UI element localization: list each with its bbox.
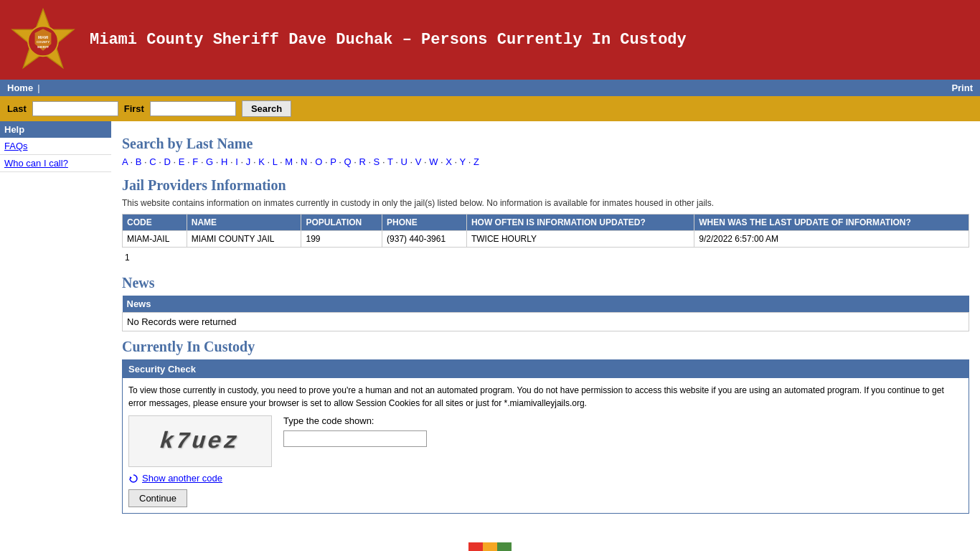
sidebar-item-faqs[interactable]: FAQs: [0, 138, 111, 155]
security-check-table: Security Check To view those currently i…: [122, 359, 969, 514]
alphabet-separator: ·: [452, 156, 460, 167]
sidebar-item-who-can-i-call[interactable]: Who can I call?: [0, 155, 111, 172]
alphabet-separator: ·: [171, 156, 179, 167]
alphabet-separator: ·: [352, 156, 359, 167]
jail-table-row: MIAM-JAILMIAMI COUNTY JAIL199(937) 440-3…: [123, 231, 969, 248]
alphabet-separator: ·: [141, 156, 149, 167]
first-name-label: First: [124, 103, 144, 114]
jail-providers-table: CODENAMEPOPULATIONPHONEHOW OFTEN IS INFO…: [122, 214, 969, 248]
alphabet-separator: ·: [128, 156, 136, 167]
jail-table-cell: 199: [301, 231, 382, 248]
first-name-input[interactable]: [150, 101, 236, 116]
alphabet-letter-D[interactable]: D: [164, 156, 171, 167]
news-table-header: News: [123, 296, 969, 313]
svg-text:MIAMI: MIAMI: [38, 36, 48, 39]
header: MIAMI COUNTY SHERIFF Miami County Sherif…: [0, 0, 980, 80]
show-another-code-link[interactable]: Show another code: [128, 473, 963, 484]
jail-table-cell: 9/2/2022 6:57:00 AM: [694, 231, 969, 248]
alphabet-separator: ·: [466, 156, 473, 167]
captcha-area: k7uez Type the code shown:: [128, 415, 963, 467]
jail-table-col-how-often-is-information-updated?: HOW OFTEN IS INFORMATION UPDATED?: [466, 215, 694, 231]
alphabet-separator: ·: [366, 156, 374, 167]
svg-rect-10: [497, 542, 512, 551]
jail-table-col-name: NAME: [187, 215, 301, 231]
svg-rect-9: [483, 542, 497, 551]
search-button[interactable]: Search: [242, 100, 291, 117]
alphabet-letter-P[interactable]: P: [330, 156, 336, 167]
jail-providers-description: This website contains information on inm…: [122, 198, 969, 208]
jail-table-col-code: CODE: [123, 215, 187, 231]
sheriff-badge-icon: MIAMI COUNTY SHERIFF: [7, 6, 79, 74]
sidebar: Help FAQs Who can I call?: [0, 121, 111, 528]
jail-providers-heading: Jail Providers Information: [122, 177, 969, 194]
alphabet-letter-G[interactable]: G: [206, 156, 213, 167]
alphabet-letter-N[interactable]: N: [301, 156, 307, 167]
searchbar: Last First Search: [0, 96, 980, 121]
alphabet-separator: ·: [421, 156, 429, 167]
jail-table-cell: TWICE HOURLY: [466, 231, 694, 248]
jail-table-col-when-was-the-last-update-of-information?: WHEN WAS THE LAST UPDATE OF INFORMATION?: [694, 215, 969, 231]
security-check-body: To view those currently in custody, you …: [123, 378, 969, 514]
alphabet-separator: ·: [213, 156, 221, 167]
alphabet-letter-A[interactable]: A: [122, 156, 128, 167]
last-name-label: Last: [7, 103, 27, 114]
search-by-lastname-heading: Search by Last Name: [122, 136, 969, 152]
alphabet-separator: ·: [156, 156, 164, 167]
alphabet-letter-Y[interactable]: Y: [460, 156, 466, 167]
alphabet-letter-U[interactable]: U: [400, 156, 407, 167]
svg-rect-8: [468, 542, 483, 551]
jail-table-cell: MIAM-JAIL: [123, 231, 187, 248]
alphabet-letter-O[interactable]: O: [315, 156, 322, 167]
custody-heading: Currently In Custody: [122, 339, 969, 355]
alphabet-separator: ·: [438, 156, 446, 167]
alphabet-separator: ·: [265, 156, 273, 167]
alphabet-separator: ·: [250, 156, 258, 167]
alphabet-separator: ·: [393, 156, 401, 167]
alphabet-separator: ·: [277, 156, 285, 167]
header-title: Miami County Sheriff Dave Duchak – Perso…: [90, 31, 687, 49]
alphabet-letter-T[interactable]: T: [387, 156, 393, 167]
last-name-input[interactable]: [32, 101, 118, 116]
captcha-image: k7uez: [128, 415, 272, 467]
captcha-input[interactable]: [283, 430, 427, 447]
home-link[interactable]: Home: [7, 83, 33, 93]
alphabet-separator: ·: [238, 156, 246, 167]
jail-table-cell: MIAMI COUNTY JAIL: [187, 231, 301, 248]
captcha-label: Type the code shown:: [283, 415, 427, 426]
alphabet-separator: ·: [336, 156, 344, 167]
alphabet-separator: ·: [407, 156, 415, 167]
alphabet-letter-Z[interactable]: Z: [473, 156, 479, 167]
jail-table-col-phone: PHONE: [382, 215, 467, 231]
news-heading: News: [122, 275, 969, 291]
jail-table-col-population: POPULATION: [301, 215, 382, 231]
alphabet-separator: ·: [198, 156, 206, 167]
alphabet-letter-C[interactable]: C: [149, 156, 156, 167]
alphabet-letter-X[interactable]: X: [446, 156, 452, 167]
navbar: Home | Print: [0, 80, 980, 96]
alphabet-separator: ·: [184, 156, 192, 167]
jail-table-header: CODENAMEPOPULATIONPHONEHOW OFTEN IS INFO…: [123, 215, 969, 231]
layout: Help FAQs Who can I call? Search by Last…: [0, 121, 980, 528]
jail-table-cell: (937) 440-3961: [382, 231, 467, 248]
alphabet-letter-Q[interactable]: Q: [344, 156, 351, 167]
navbar-separator: |: [37, 83, 39, 93]
security-text: To view those currently in custody, you …: [128, 384, 963, 410]
show-another-label: Show another code: [142, 473, 222, 484]
alphabet-separator: ·: [227, 156, 235, 167]
alphabet-letter-K[interactable]: K: [258, 156, 265, 167]
alphabet-links: A · B · C · D · E · F · G · H · I · J · …: [122, 156, 969, 167]
refresh-icon: [128, 474, 138, 484]
news-table: News No Records were returned: [122, 296, 969, 331]
alphabet-letter-W[interactable]: W: [429, 156, 438, 167]
montgomery-county-logo-icon: MONTGOMERY COUNTY: [468, 542, 512, 551]
navbar-left: Home |: [7, 83, 44, 93]
print-link[interactable]: Print: [951, 83, 973, 93]
continue-button[interactable]: Continue: [128, 489, 187, 507]
alphabet-separator: ·: [380, 156, 387, 167]
alphabet-letter-S[interactable]: S: [374, 156, 380, 167]
security-check-header: Security Check: [123, 360, 969, 379]
alphabet-letter-M[interactable]: M: [285, 156, 293, 167]
main-content: Search by Last Name A · B · C · D · E · …: [111, 121, 980, 528]
alphabet-letter-R[interactable]: R: [359, 156, 365, 167]
svg-text:COUNTY: COUNTY: [37, 40, 50, 44]
